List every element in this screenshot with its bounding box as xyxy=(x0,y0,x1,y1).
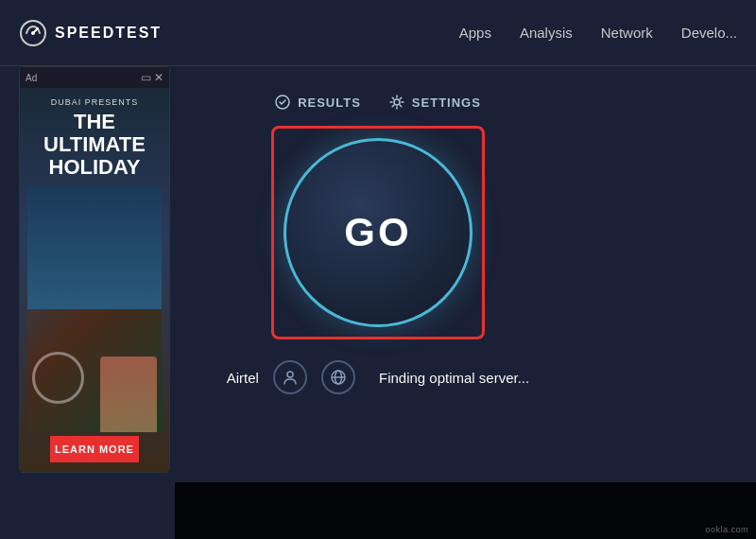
nav-develop[interactable]: Develo... xyxy=(681,25,737,41)
finding-server-text: Finding optimal server... xyxy=(379,370,529,386)
user-icon xyxy=(282,369,299,386)
results-label: RESULTS xyxy=(298,96,361,110)
svg-point-2 xyxy=(31,31,35,35)
checkmark-circle-icon xyxy=(275,95,290,110)
bottom-status-row: Airtel Finding optimal server... xyxy=(227,360,529,394)
settings-label: SETTINGS xyxy=(412,96,481,110)
logo-text: SPEEDTEST xyxy=(55,25,162,42)
user-icon-circle[interactable] xyxy=(273,360,307,394)
provider-name: Airtel xyxy=(227,370,259,386)
globe-icon-circle[interactable] xyxy=(321,360,355,394)
bottom-black-bar xyxy=(175,482,756,539)
gear-icon xyxy=(389,95,404,110)
logo-area[interactable]: SPEEDTEST xyxy=(19,19,162,47)
svg-point-4 xyxy=(394,99,400,105)
main-content: RESULTS SETTINGS GO Airtel xyxy=(0,66,756,394)
nav-network[interactable]: Network xyxy=(601,25,653,41)
speedtest-logo-icon xyxy=(19,19,47,47)
header: SPEEDTEST Apps Analysis Network Develo..… xyxy=(0,0,756,66)
ad-cta-button[interactable]: LEARN MORE xyxy=(50,436,139,462)
nav-analysis[interactable]: Analysis xyxy=(520,25,573,41)
globe-icon xyxy=(330,369,347,386)
ookla-watermark: ookla.com xyxy=(705,525,748,534)
settings-button[interactable]: SETTINGS xyxy=(389,95,481,110)
results-button[interactable]: RESULTS xyxy=(275,95,361,110)
nav-apps[interactable]: Apps xyxy=(459,25,491,41)
go-container: GO xyxy=(279,133,477,332)
svg-point-5 xyxy=(287,372,293,377)
action-row: RESULTS SETTINGS xyxy=(275,95,481,110)
go-highlight-border xyxy=(271,126,485,339)
nav-links: Apps Analysis Network Develo... xyxy=(459,25,737,41)
